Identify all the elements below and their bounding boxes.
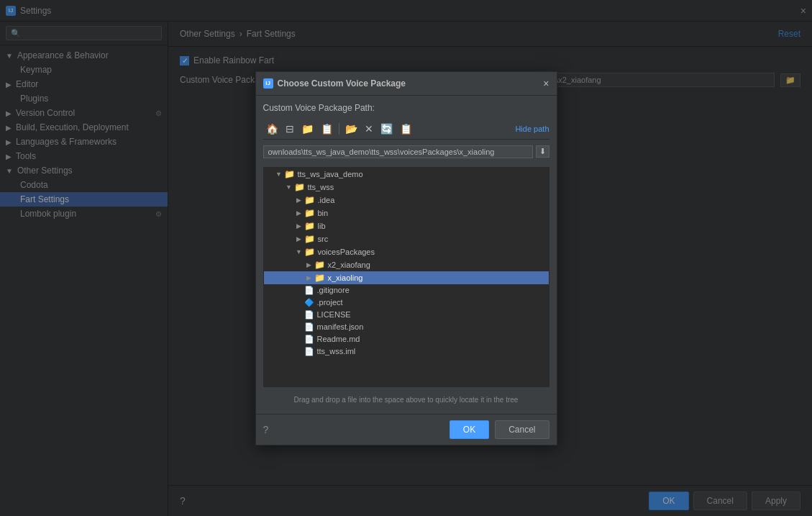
dialog-title: Choose Custom Voice Package	[278, 78, 406, 89]
toolbar-home-button[interactable]: 🏠	[263, 122, 281, 136]
dialog-toolbar: 🏠 ⊟ 📁 📋 📂 ✕ 🔄 📋 Hide path	[263, 119, 549, 140]
tree-item-x2-xiaofang[interactable]: ▶ 📁 x2_xiaofang	[264, 258, 549, 271]
dialog-cancel-button[interactable]: Cancel	[495, 420, 549, 439]
dialog-hint: Drag and drop a file into the space abov…	[263, 393, 549, 407]
folder-icon-tts-wss: 📁	[294, 182, 305, 192]
toolbar-refresh-button[interactable]: 🔄	[378, 122, 396, 136]
hide-path-button[interactable]: Hide path	[515, 125, 549, 133]
label-readme: Readme.md	[317, 335, 360, 343]
toolbar-copy2-button[interactable]: 📋	[397, 122, 415, 136]
tree-item-manifest[interactable]: ▶ 📄 manifest.json	[264, 321, 549, 333]
tree-item-tts-ws-java-demo[interactable]: ▼ 📁 tts_ws_java_demo	[264, 168, 549, 181]
dialog-path-label: Custom Voice Package Path:	[263, 103, 549, 113]
folder-icon-tts-ws-java-demo: 📁	[284, 169, 295, 179]
dialog-body: Custom Voice Package Path: 🏠 ⊟ 📁 📋 📂 ✕ 🔄…	[256, 96, 557, 414]
label-x-xiaoling: x_xiaoling	[328, 273, 363, 282]
file-icon-tts-wss-iml: 📄	[304, 347, 314, 356]
dialog-path-bar: ⬇	[263, 145, 549, 158]
dialog-help-icon[interactable]: ?	[263, 424, 269, 435]
file-icon-readme: 📄	[304, 335, 314, 344]
folder-icon-x2-xiaofang: 📁	[314, 260, 325, 270]
tree-item-idea[interactable]: ▶ 📁 .idea	[264, 194, 549, 207]
tree-item-x-xiaoling[interactable]: ▶ 📁 x_xiaoling	[264, 271, 549, 284]
arrow-voicesPackages: ▼	[294, 248, 304, 255]
toolbar-delete-button[interactable]: ✕	[362, 122, 376, 136]
file-icon-gitignore: 📄	[304, 286, 314, 295]
folder-icon-idea: 📁	[304, 195, 315, 205]
label-idea: .idea	[318, 196, 335, 204]
arrow-x-xiaoling: ▶	[304, 274, 314, 281]
choose-voice-package-dialog: IJ Choose Custom Voice Package × Custom …	[255, 71, 557, 445]
label-tts-ws-java-demo: tts_ws_java_demo	[298, 170, 363, 178]
dialog-titlebar: IJ Choose Custom Voice Package ×	[256, 72, 557, 96]
toolbar-collapse-button[interactable]: ⊟	[283, 122, 297, 136]
arrow-tts-wss: ▼	[284, 184, 294, 191]
folder-icon-lib: 📁	[304, 221, 315, 231]
folder-icon-bin: 📁	[304, 208, 315, 218]
dialog-icon: IJ	[263, 78, 273, 89]
toolbar-folder-button[interactable]: 📁	[298, 122, 316, 136]
tree-item-src[interactable]: ▶ 📁 src	[264, 232, 549, 245]
dialog-close-button[interactable]: ×	[543, 78, 549, 89]
tree-item-tts-wss[interactable]: ▼ 📁 tts_wss	[264, 181, 549, 194]
file-icon-manifest: 📄	[304, 322, 314, 332]
tree-item-readme[interactable]: ▶ 📄 Readme.md	[264, 333, 549, 345]
label-gitignore: .gitignore	[317, 286, 350, 294]
file-icon-project: 🔷	[304, 298, 314, 307]
label-lib: lib	[318, 222, 326, 230]
label-x2-xiaofang: x2_xiaofang	[328, 261, 370, 269]
dialog-tree[interactable]: ▼ 📁 tts_ws_java_demo ▼ 📁 tts_wss ▶ 📁 .id…	[263, 167, 549, 387]
toolbar-new-folder-button[interactable]: 📂	[342, 122, 360, 136]
label-tts-wss-iml: tts_wss.iml	[317, 347, 356, 356]
dialog-path-input[interactable]	[263, 145, 533, 158]
arrow-bin: ▶	[294, 209, 304, 217]
arrow-idea: ▶	[294, 196, 304, 204]
arrow-src: ▶	[294, 235, 304, 243]
tree-item-lib[interactable]: ▶ 📁 lib	[264, 219, 549, 232]
tree-item-bin[interactable]: ▶ 📁 bin	[264, 207, 549, 219]
tree-item-tts-wss-iml[interactable]: ▶ 📄 tts_wss.iml	[264, 345, 549, 358]
arrow-x2-xiaofang: ▶	[304, 261, 314, 268]
folder-icon-x-xiaoling: 📁	[314, 273, 325, 283]
file-icon-license: 📄	[304, 310, 314, 320]
label-voicesPackages: voicesPackages	[318, 248, 375, 256]
dialog-titlebar-left: IJ Choose Custom Voice Package	[263, 78, 406, 89]
arrow-lib: ▶	[294, 222, 304, 230]
tree-item-project[interactable]: ▶ 🔷 .project	[264, 297, 549, 309]
dialog-ok-button[interactable]: OK	[450, 420, 489, 439]
tree-item-gitignore[interactable]: ▶ 📄 .gitignore	[264, 284, 549, 297]
dialog-overlay: IJ Choose Custom Voice Package × Custom …	[0, 0, 812, 516]
label-bin: bin	[318, 209, 329, 217]
dialog-path-go-button[interactable]: ⬇	[536, 145, 549, 158]
folder-icon-voicesPackages: 📁	[304, 247, 315, 257]
label-license: LICENSE	[317, 310, 351, 319]
arrow-tts-ws-java-demo: ▼	[274, 171, 284, 178]
tree-item-license[interactable]: ▶ 📄 LICENSE	[264, 309, 549, 321]
label-project: .project	[317, 298, 343, 307]
toolbar-separator-1	[339, 123, 339, 135]
label-src: src	[318, 235, 329, 243]
toolbar-copy-button[interactable]: 📋	[318, 122, 336, 136]
dialog-footer-buttons: OK Cancel	[450, 420, 549, 439]
folder-icon-src: 📁	[304, 234, 315, 244]
dialog-footer: ? OK Cancel	[256, 414, 557, 445]
tree-item-voicesPackages[interactable]: ▼ 📁 voicesPackages	[264, 245, 549, 258]
label-tts-wss: tts_wss	[308, 183, 334, 191]
label-manifest: manifest.json	[317, 322, 364, 331]
